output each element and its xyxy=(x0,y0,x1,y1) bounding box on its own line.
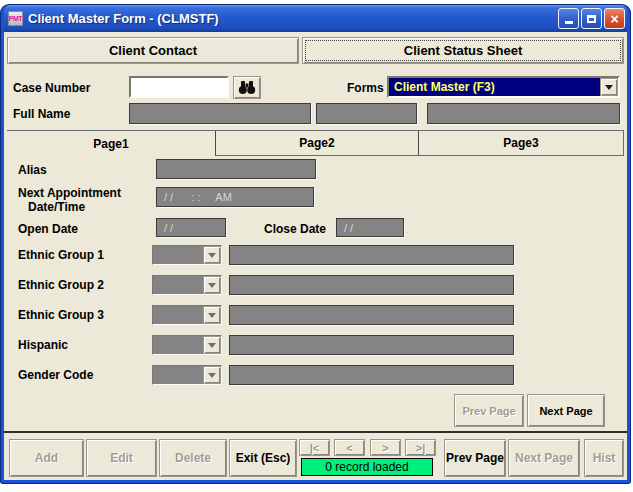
alias-field[interactable] xyxy=(156,159,316,179)
hispanic-dropdown-arrow-button[interactable] xyxy=(203,336,221,354)
close-date-label: Close Date xyxy=(264,222,326,236)
binoculars-icon xyxy=(237,80,257,95)
full-name-field-1[interactable] xyxy=(129,103,311,124)
ethnic-group-1-row: Ethnic Group 1 xyxy=(18,245,618,266)
first-record-button[interactable]: |< xyxy=(299,439,330,456)
gender-code-row: Gender Code xyxy=(18,365,618,386)
window-title: Client Master Form - (CLMSTF) xyxy=(28,11,558,26)
footer-separator xyxy=(4,431,627,433)
last-record-button[interactable]: >| xyxy=(405,439,436,456)
close-button[interactable]: × xyxy=(604,8,625,29)
forms-dropdown-value: Client Master (F3) xyxy=(389,78,600,96)
tab-page2-label: Page2 xyxy=(299,136,334,150)
add-button[interactable]: Add xyxy=(9,439,84,477)
ethnic-group-2-dropdown-arrow-button[interactable] xyxy=(203,276,221,294)
forms-dropdown[interactable]: Client Master (F3) xyxy=(387,76,620,98)
ethnic-group-1-dropdown[interactable] xyxy=(152,245,222,265)
ethnic-group-3-code xyxy=(153,306,203,324)
footer-next-page-button[interactable]: Next Page xyxy=(508,439,580,477)
title-bar[interactable]: PMT Client Master Form - (CLMSTF) × xyxy=(4,5,627,32)
open-date-label: Open Date xyxy=(18,222,78,236)
tab-page1-label: Page1 xyxy=(93,137,128,151)
full-name-field-2[interactable] xyxy=(316,103,417,124)
gender-code-description-field[interactable] xyxy=(229,365,514,385)
tab-client-status-sheet[interactable]: Client Status Sheet xyxy=(302,37,624,64)
app-icon: PMT xyxy=(8,11,23,26)
minimize-button[interactable] xyxy=(558,8,579,29)
hispanic-description-field[interactable] xyxy=(229,335,514,355)
close-date-field[interactable]: / / xyxy=(336,218,404,237)
hispanic-label: Hispanic xyxy=(18,338,68,352)
gender-code-code xyxy=(153,366,203,384)
tab-page3-label: Page3 xyxy=(503,136,538,150)
ethnic-group-1-dropdown-arrow-button[interactable] xyxy=(203,246,221,264)
next-appointment-label-line2: Date/Time xyxy=(28,200,85,214)
edit-button[interactable]: Edit xyxy=(86,439,157,477)
next-appointment-field[interactable]: / / : : AM xyxy=(156,187,314,207)
exit-button[interactable]: Exit (Esc) xyxy=(229,439,297,477)
gender-code-dropdown-arrow-button[interactable] xyxy=(203,366,221,384)
maximize-icon xyxy=(587,15,596,23)
chevron-down-icon xyxy=(208,373,216,378)
record-status-bar: 0 record loaded xyxy=(301,458,433,476)
ethnic-group-1-description-field[interactable] xyxy=(229,245,514,265)
hispanic-dropdown[interactable] xyxy=(152,335,222,355)
minimize-icon xyxy=(565,21,573,24)
delete-button[interactable]: Delete xyxy=(159,439,227,477)
ethnic-group-2-description-field[interactable] xyxy=(229,275,514,295)
alias-label: Alias xyxy=(18,163,47,177)
full-name-field-3[interactable] xyxy=(427,103,620,124)
chevron-down-icon xyxy=(605,85,613,90)
ethnic-group-3-label: Ethnic Group 3 xyxy=(18,308,104,322)
chevron-down-icon xyxy=(208,283,216,288)
case-number-label: Case Number xyxy=(13,81,90,95)
full-name-label: Full Name xyxy=(13,107,70,121)
case-number-input[interactable] xyxy=(129,76,229,98)
chevron-down-icon xyxy=(208,253,216,258)
ethnic-group-1-label: Ethnic Group 1 xyxy=(18,248,104,262)
page-tab-strip: Page1 Page2 Page3 xyxy=(7,130,624,155)
client-master-form-window: PMT Client Master Form - (CLMSTF) × Clie… xyxy=(1,5,630,483)
close-icon: × xyxy=(610,12,618,26)
tab-page3[interactable]: Page3 xyxy=(418,131,624,156)
gender-code-label: Gender Code xyxy=(18,368,93,382)
tab-page1[interactable]: Page1 xyxy=(7,131,215,156)
case-search-button[interactable] xyxy=(233,76,261,99)
ethnic-group-3-dropdown[interactable] xyxy=(152,305,222,325)
prev-record-button[interactable]: < xyxy=(334,439,365,456)
open-date-field[interactable]: / / xyxy=(156,218,226,237)
tab-page2[interactable]: Page2 xyxy=(215,131,418,156)
hispanic-row: Hispanic xyxy=(18,335,618,356)
ethnic-group-2-dropdown[interactable] xyxy=(152,275,222,295)
ethnic-group-2-row: Ethnic Group 2 xyxy=(18,275,618,296)
gender-code-dropdown[interactable] xyxy=(152,365,222,385)
page-next-button[interactable]: Next Page xyxy=(527,394,605,427)
ethnic-group-2-code xyxy=(153,276,203,294)
next-appointment-label-line1: Next Appointment xyxy=(18,186,121,200)
tab-client-contact-label: Client Contact xyxy=(109,43,197,58)
page-prev-button[interactable]: Prev Page xyxy=(454,394,524,427)
chevron-down-icon xyxy=(208,313,216,318)
ethnic-group-1-code xyxy=(153,246,203,264)
footer-prev-page-button[interactable]: Prev Page xyxy=(444,439,506,477)
ethnic-group-3-dropdown-arrow-button[interactable] xyxy=(203,306,221,324)
forms-label: Forms xyxy=(347,81,384,95)
hispanic-code xyxy=(153,336,203,354)
form-body: Client Contact Client Status Sheet Case … xyxy=(4,32,627,480)
next-record-button[interactable]: > xyxy=(370,439,401,456)
ethnic-group-3-description-field[interactable] xyxy=(229,305,514,325)
ethnic-group-3-row: Ethnic Group 3 xyxy=(18,305,618,326)
tab-client-status-sheet-label: Client Status Sheet xyxy=(404,43,522,58)
forms-dropdown-arrow-button[interactable] xyxy=(600,78,618,96)
tab-client-contact[interactable]: Client Contact xyxy=(7,37,299,64)
ethnic-group-2-label: Ethnic Group 2 xyxy=(18,278,104,292)
hist-button[interactable]: Hist xyxy=(584,439,624,477)
maximize-button[interactable] xyxy=(581,8,602,29)
chevron-down-icon xyxy=(208,343,216,348)
